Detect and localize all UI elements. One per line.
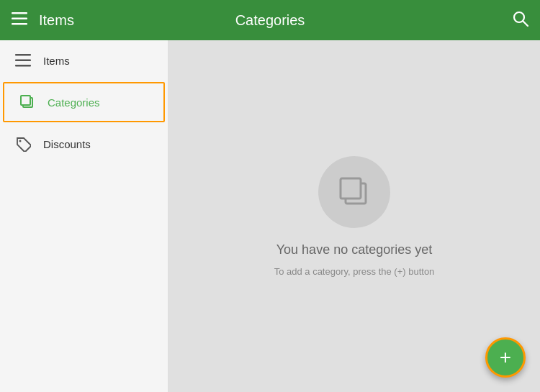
search-icon[interactable] — [513, 11, 528, 30]
sidebar-item-items[interactable]: Items — [0, 40, 168, 81]
menu-icon[interactable] — [12, 12, 27, 29]
sidebar-item-discounts[interactable]: Discounts — [0, 124, 168, 164]
empty-state-icon — [318, 156, 390, 228]
svg-rect-0 — [12, 12, 27, 14]
app-bar-center-title: Categories — [235, 12, 305, 29]
svg-rect-12 — [341, 178, 361, 199]
discounts-icon — [14, 135, 32, 152]
app-bar: Items Categories — [0, 0, 540, 40]
svg-rect-7 — [15, 65, 31, 67]
categories-icon — [19, 94, 36, 111]
empty-state-title: You have no categories yet — [276, 242, 433, 257]
main-layout: Items Categories Discounts — [0, 40, 540, 392]
add-category-button[interactable]: + — [485, 337, 526, 378]
items-icon — [14, 52, 32, 69]
content-area: You have no categories yet To add a cate… — [168, 40, 540, 392]
plus-icon: + — [500, 347, 511, 368]
sidebar-item-items-label: Items — [43, 55, 70, 67]
svg-rect-5 — [15, 54, 31, 56]
empty-state-subtitle: To add a category, press the (+) button — [274, 266, 435, 277]
sidebar-item-discounts-label: Discounts — [43, 138, 91, 150]
svg-rect-1 — [12, 17, 27, 19]
sidebar-item-categories[interactable]: Categories — [3, 82, 165, 122]
sidebar-item-categories-label: Categories — [48, 96, 100, 109]
empty-state: You have no categories yet To add a cate… — [274, 156, 435, 277]
svg-line-4 — [523, 21, 528, 26]
svg-rect-9 — [21, 96, 30, 105]
sidebar: Items Categories Discounts — [0, 40, 168, 392]
svg-rect-6 — [15, 60, 31, 62]
svg-point-10 — [19, 140, 22, 142]
svg-rect-2 — [12, 23, 27, 25]
